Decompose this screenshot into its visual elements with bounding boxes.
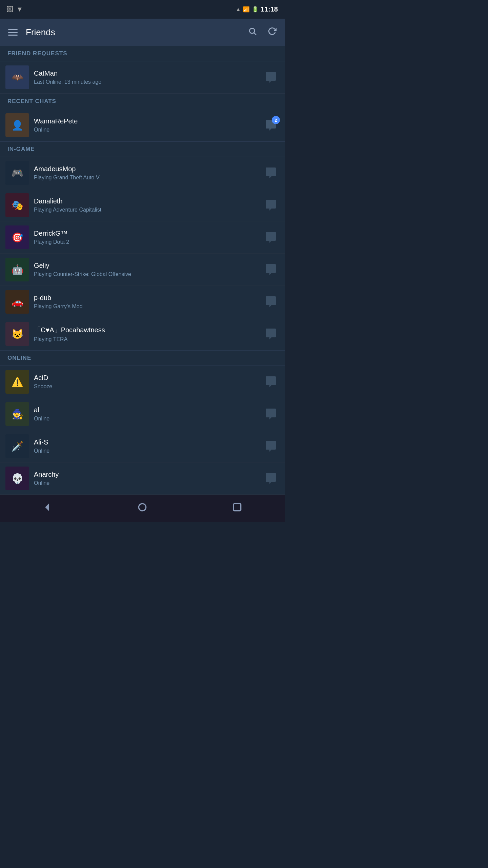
avatar: 🧙 (5, 402, 29, 426)
svg-line-1 (254, 33, 256, 35)
chat-icon-container[interactable] (262, 293, 279, 310)
friend-status: Online (34, 416, 258, 422)
friend-info: AnarchyOnline (29, 471, 262, 486)
avatar: 💀 (5, 467, 29, 490)
avatar: 👤 (5, 113, 29, 137)
friend-status: Playing Garry's Mod (34, 303, 258, 310)
friend-name: DerrickG™ (34, 230, 258, 237)
friend-info: GeliyPlaying Counter-Strike: Global Offe… (29, 262, 262, 277)
friend-name: p-dub (34, 294, 258, 302)
unread-badge: 2 (272, 116, 280, 124)
status-bar-left: 🖼 ▼ (7, 5, 23, 13)
friend-status: Last Online: 13 minutes ago (34, 79, 258, 85)
menu-button[interactable] (5, 26, 20, 38)
notification-icon: ▼ (16, 5, 23, 13)
friend-name: Anarchy (34, 471, 258, 478)
nav-bar (0, 495, 285, 522)
home-icon (137, 502, 148, 513)
friend-name: AmadeusMop (34, 165, 258, 173)
recent-chats-list: 👤WannaRePeteOnline 2 (0, 109, 285, 141)
list-item[interactable]: 🚗p-dubPlaying Garry's Mod (0, 286, 285, 318)
chat-icon-container[interactable] (262, 326, 279, 342)
online-header: ONLINE (0, 350, 285, 366)
chat-icon-container[interactable] (262, 164, 279, 181)
avatar: 🗡️ (5, 434, 29, 458)
status-bar: 🖼 ▼ ▲ 📶 🔋 11:18 (0, 0, 285, 19)
chat-icon-container[interactable] (262, 406, 279, 422)
avatar: 🎭 (5, 193, 29, 217)
list-item[interactable]: 👤WannaRePeteOnline 2 (0, 109, 285, 141)
friend-info: CatManLast Online: 13 minutes ago (29, 70, 262, 85)
recent-chats-header: RECENT CHATS (0, 94, 285, 109)
friend-name: CatMan (34, 70, 258, 77)
time-display: 11:18 (261, 5, 278, 13)
svg-rect-4 (233, 504, 241, 511)
avatar: 🐱 (5, 322, 29, 346)
friend-status: Online (34, 127, 258, 133)
chat-icon-container[interactable] (262, 229, 279, 246)
svg-point-0 (249, 28, 255, 33)
friend-status: Playing Grand Theft Auto V (34, 175, 258, 181)
page-title: Friends (26, 27, 240, 38)
friend-info: WannaRePeteOnline (29, 117, 262, 133)
back-button[interactable] (32, 496, 63, 520)
recents-icon (232, 502, 243, 513)
friend-name: 「C♥A」Pocahawtness (34, 326, 258, 335)
chat-icon-container[interactable] (262, 69, 279, 86)
friend-status: Playing TERA (34, 336, 258, 342)
chat-icon-container[interactable]: 2 (262, 117, 279, 134)
list-item[interactable]: ⚠️AciDSnooze (0, 366, 285, 398)
top-bar-actions (245, 24, 279, 41)
friend-status: Playing Counter-Strike: Global Offensive (34, 271, 258, 277)
friend-status: Online (34, 448, 258, 454)
friend-name: Geliy (34, 262, 258, 270)
list-item[interactable]: 💀AnarchyOnline (0, 462, 285, 495)
friend-name: WannaRePete (34, 117, 258, 125)
home-button[interactable] (127, 496, 158, 520)
friend-info: alOnline (29, 406, 262, 422)
list-item[interactable]: 🎮AmadeusMopPlaying Grand Theft Auto V (0, 157, 285, 189)
list-item[interactable]: 🎯DerrickG™Playing Dota 2 (0, 221, 285, 254)
chat-icon-container[interactable] (262, 470, 279, 487)
friend-name: al (34, 406, 258, 414)
friend-name: Danalieth (34, 197, 258, 205)
friend-status: Online (34, 480, 258, 486)
in-game-header: IN-GAME (0, 141, 285, 157)
friend-requests-list: 🦇CatManLast Online: 13 minutes ago (0, 61, 285, 94)
list-item[interactable]: 🤖GeliyPlaying Counter-Strike: Global Off… (0, 254, 285, 286)
list-item[interactable]: 🎭DanaliethPlaying Adventure Capitalist (0, 189, 285, 221)
avatar: 🤖 (5, 258, 29, 281)
friend-status: Snooze (34, 383, 258, 390)
chat-icon-container[interactable] (262, 373, 279, 390)
chat-icon-container[interactable] (262, 438, 279, 455)
recents-button[interactable] (222, 496, 253, 520)
friend-info: DerrickG™Playing Dota 2 (29, 230, 262, 245)
list-item[interactable]: 🐱「C♥A」PocahawtnessPlaying TERA (0, 318, 285, 350)
avatar: 🚗 (5, 290, 29, 314)
svg-point-3 (139, 504, 146, 511)
friend-info: AciDSnooze (29, 374, 262, 390)
friend-info: p-dubPlaying Garry's Mod (29, 294, 262, 310)
refresh-button[interactable] (265, 24, 279, 41)
avatar: 🦇 (5, 65, 29, 89)
chat-icon-container[interactable] (262, 197, 279, 214)
friend-info: 「C♥A」PocahawtnessPlaying TERA (29, 326, 262, 342)
list-item[interactable]: 🗡️Ali-SOnline (0, 430, 285, 462)
back-icon (42, 502, 53, 513)
in-game-list: 🎮AmadeusMopPlaying Grand Theft Auto V 🎭D… (0, 157, 285, 350)
gallery-icon: 🖼 (7, 5, 14, 13)
avatar: 🎮 (5, 161, 29, 185)
list-item[interactable]: 🧙alOnline (0, 398, 285, 430)
status-bar-right: ▲ 📶 🔋 11:18 (236, 5, 278, 13)
avatar: 🎯 (5, 225, 29, 249)
friend-requests-header: FRIEND REQUESTS (0, 46, 285, 61)
online-list: ⚠️AciDSnooze 🧙alOnline 🗡️Ali-SOnline 💀An… (0, 366, 285, 495)
menu-line-2 (8, 32, 18, 33)
friend-name: Ali-S (34, 438, 258, 446)
friend-info: Ali-SOnline (29, 438, 262, 454)
chat-icon-container[interactable] (262, 261, 279, 278)
friend-info: AmadeusMopPlaying Grand Theft Auto V (29, 165, 262, 181)
list-item[interactable]: 🦇CatManLast Online: 13 minutes ago (0, 61, 285, 94)
search-button[interactable] (245, 24, 260, 41)
battery-icon: 🔋 (252, 6, 259, 13)
